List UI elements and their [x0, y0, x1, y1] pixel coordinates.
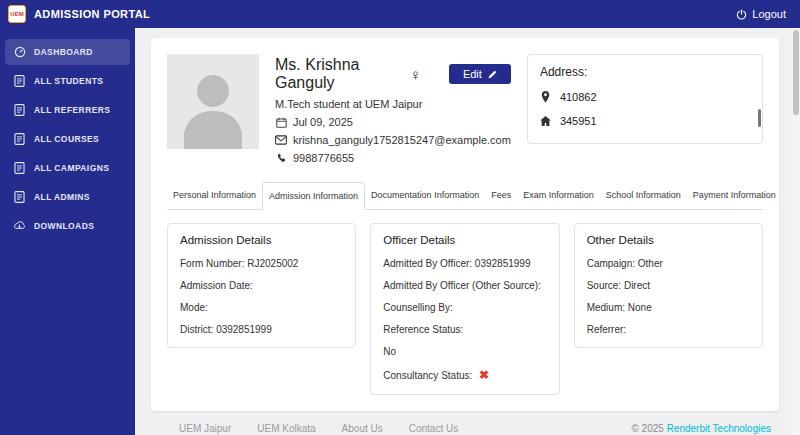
home-icon: [540, 116, 552, 126]
row-value: No: [383, 346, 396, 357]
student-phone-text: 9988776655: [293, 152, 354, 164]
officer-details-box: Officer Details Admitted By Officer: 039…: [370, 223, 559, 395]
uem-logo: UEM: [8, 5, 26, 23]
district-row: District: 0392851999: [180, 324, 343, 335]
envelope-icon: [275, 135, 287, 145]
sidebar-item-all-referrers[interactable]: ALL REFERRERS: [5, 97, 130, 123]
tab-fees[interactable]: Fees: [485, 182, 517, 209]
sidebar-item-label: ALL CAMPAIGNS: [34, 163, 109, 173]
row-label: Campaign:: [587, 258, 635, 269]
pencil-icon: [488, 70, 497, 79]
profile-info: Ms. Krishna Ganguly ♀ Edit M.Tech studen…: [275, 54, 511, 164]
scrollbar-thumb[interactable]: [793, 30, 799, 115]
source-row: Source: Direct: [587, 280, 750, 291]
footer-link-about-us[interactable]: About Us: [342, 423, 383, 434]
other-details-title: Other Details: [587, 234, 750, 246]
referrer-row: Referrer:: [587, 324, 750, 335]
address-scrollbar-thumb[interactable]: [758, 109, 761, 127]
copyright: © 2025 Renderbit Technologies: [631, 423, 771, 434]
name-row: Ms. Krishna Ganguly ♀ Edit: [275, 56, 511, 92]
brand: UEM ADMISSION PORTAL: [8, 5, 150, 23]
address-pincode: 410862: [560, 91, 597, 103]
tab-personal-information[interactable]: Personal Information: [167, 182, 262, 209]
student-subtitle: M.Tech student at UEM Jaipur: [275, 98, 511, 110]
courses-icon: [13, 133, 26, 145]
row-label: Referrer:: [587, 324, 626, 335]
app-title: ADMISSION PORTAL: [34, 8, 150, 20]
other-details-box: Other Details Campaign: Other Source: Di…: [574, 223, 763, 348]
address-title: Address:: [540, 65, 750, 79]
admitted-by-officer-other-row: Admitted By Officer (Other Source):: [383, 280, 546, 291]
power-icon: [736, 9, 747, 20]
phone-icon: [275, 153, 287, 164]
main-content: Ms. Krishna Ganguly ♀ Edit M.Tech studen…: [135, 28, 791, 435]
tab-exam-information[interactable]: Exam Information: [517, 182, 600, 209]
admitted-by-officer-row: Admitted By Officer: 0392851999: [383, 258, 546, 269]
students-icon: [13, 75, 26, 87]
medium-row: Medium: None: [587, 302, 750, 313]
row-label: Consultancy Status:: [383, 370, 472, 381]
sidebar-item-all-courses[interactable]: ALL COURSES: [5, 126, 130, 152]
sidebar-item-all-campaigns[interactable]: ALL CAMPAIGNS: [5, 155, 130, 181]
reference-status-row: Reference Status:: [383, 324, 546, 335]
tab-documentation-information[interactable]: Documentation Information: [365, 182, 485, 209]
sidebar-item-label: DOWNLOADS: [34, 221, 94, 231]
sidebar-item-label: ALL ADMINS: [34, 192, 90, 202]
row-label: Reference Status:: [383, 324, 463, 335]
sidebar-item-label: DASHBOARD: [34, 47, 93, 57]
sidebar-item-all-students[interactable]: ALL STUDENTS: [5, 68, 130, 94]
row-label: Form Number:: [180, 258, 244, 269]
shell: DASHBOARD ALL STUDENTS ALL REFERRERS ALL…: [0, 28, 800, 435]
tab-payment-information[interactable]: Payment Information: [687, 182, 782, 209]
mode-row: Mode:: [180, 302, 343, 313]
counselling-by-row: Counselling By:: [383, 302, 546, 313]
sidebar-item-label: ALL STUDENTS: [34, 76, 103, 86]
sidebar-item-label: ALL COURSES: [34, 134, 99, 144]
profile-section: Ms. Krishna Ganguly ♀ Edit M.Tech studen…: [151, 38, 779, 180]
row-label: Mode:: [180, 302, 208, 313]
sidebar-item-downloads[interactable]: DOWNLOADS: [5, 213, 130, 238]
student-email-text: krishna_ganguly1752815247@example.com: [293, 134, 511, 146]
cloud-download-icon: [13, 220, 26, 231]
row-label: Admission Date:: [180, 280, 253, 291]
sidebar-item-label: ALL REFERRERS: [34, 105, 110, 115]
admission-portal-app: UEM ADMISSION PORTAL Logout DASHBOARD AL…: [0, 0, 800, 435]
edit-button[interactable]: Edit: [449, 64, 511, 84]
student-card: Ms. Krishna Ganguly ♀ Edit M.Tech studen…: [151, 38, 779, 411]
details-section: Admission Details Form Number: RJ2025002…: [151, 210, 779, 411]
dashboard-icon: [13, 46, 26, 58]
topbar: UEM ADMISSION PORTAL Logout: [0, 0, 800, 28]
footer-link-uem-kolkata[interactable]: UEM Kolkata: [257, 423, 315, 434]
consultancy-status-row: Consultancy Status: ✖: [383, 368, 546, 382]
sidebar-item-dashboard[interactable]: DASHBOARD: [5, 39, 130, 65]
row-label: District:: [180, 324, 213, 335]
address-box: Address: 410862 345951: [527, 54, 763, 144]
sidebar-item-all-admins[interactable]: ALL ADMINS: [5, 184, 130, 210]
row-label: Source:: [587, 280, 621, 291]
address-house-number: 345951: [560, 115, 597, 127]
address-pincode-row: 410862: [540, 91, 750, 103]
row-value: Direct: [624, 280, 650, 291]
admission-details-title: Admission Details: [180, 234, 343, 246]
row-value: RJ2025002: [247, 258, 298, 269]
footer: UEM Jaipur UEM Kolkata About Us Contact …: [151, 411, 779, 435]
student-admission-date: Jul 09, 2025: [275, 116, 511, 128]
admins-icon: [13, 191, 26, 203]
copyright-year: © 2025: [631, 423, 663, 434]
location-pin-icon: [540, 91, 552, 103]
row-label: Admitted By Officer (Other Source):: [383, 280, 541, 291]
student-date-text: Jul 09, 2025: [293, 116, 353, 128]
logout-button[interactable]: Logout: [736, 8, 786, 20]
avatar: [167, 54, 259, 149]
tab-school-information[interactable]: School Information: [600, 182, 687, 209]
page-scrollbar[interactable]: [791, 28, 800, 435]
footer-link-contact-us[interactable]: Contact Us: [409, 423, 458, 434]
row-value: 0392851999: [475, 258, 531, 269]
row-value: None: [628, 302, 652, 313]
row-label: Admitted By Officer:: [383, 258, 472, 269]
company-link[interactable]: Renderbit Technologies: [667, 423, 771, 434]
footer-link-uem-jaipur[interactable]: UEM Jaipur: [179, 423, 231, 434]
tab-admission-information[interactable]: Admission Information: [262, 182, 365, 210]
tab-bar: Personal Information Admission Informati…: [167, 182, 763, 210]
student-subtitle-text: M.Tech student at UEM Jaipur: [275, 98, 422, 110]
